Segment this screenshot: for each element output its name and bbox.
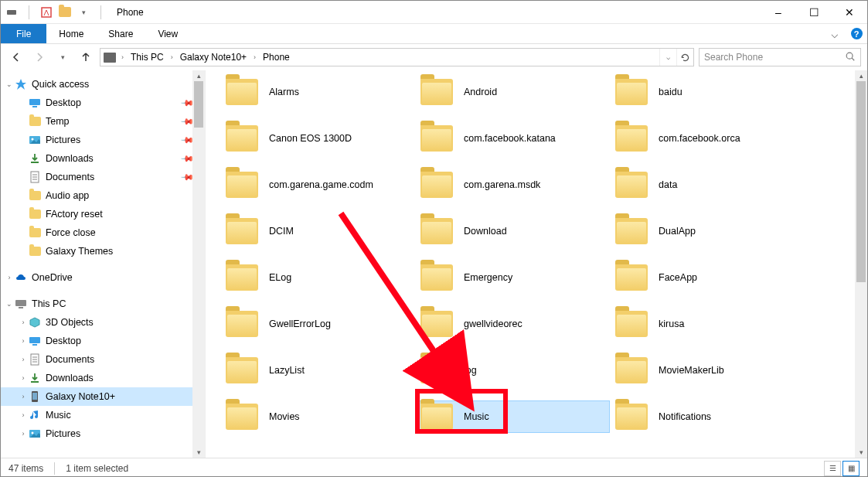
tree-item-downloads[interactable]: Downloads📌 [1,149,205,168]
folder-item-music[interactable]: Music [416,401,609,432]
folder-item-download[interactable]: Download [416,216,609,247]
help-button[interactable]: ? [846,24,867,43]
tree-item-this-pc[interactable]: ⌄This PC [1,295,205,313]
tree-item-galaxy-note10-[interactable]: ›Galaxy Note10+ [1,387,205,406]
scroll-up-arrow-icon[interactable]: ▴ [192,70,205,81]
tree-item-force-close[interactable]: Force close [1,223,205,242]
folder-item-moviemakerlib[interactable]: MovieMakerLib [611,355,804,386]
tree-item-music[interactable]: ›Music [1,406,205,424]
breadcrumb-segment[interactable]: Galaxy Note10+ [175,49,251,66]
folder-item-com-garena-game-codm[interactable]: com.garena.game.codm [221,169,414,200]
pictures-icon [29,428,41,440]
folder-item-gwellerrorlog[interactable]: GwellErrorLog [221,308,414,339]
folder-item-kirusa[interactable]: kirusa [611,308,804,339]
tree-item-onedrive[interactable]: ›OneDrive [1,268,205,287]
folder-item-baidu[interactable]: baidu [611,77,804,107]
scroll-down-arrow-icon[interactable]: ▾ [192,447,205,458]
tree-item-temp[interactable]: Temp📌 [1,112,205,131]
folder-item-com-facebook-katana[interactable]: com.facebook.katana [416,123,609,154]
folder-label: FaceApp [659,272,697,283]
previous-locations-button[interactable]: ⌵ [659,49,676,66]
dropdown-chevron-icon[interactable]: ▾ [77,6,90,19]
folder-item-canon-eos-1300d[interactable]: Canon EOS 1300D [221,123,414,154]
folder-item-alarms[interactable]: Alarms [221,77,414,107]
back-button[interactable] [7,48,26,66]
recent-locations-button[interactable]: ▾ [53,48,72,66]
folder-item-android[interactable]: Android [416,77,609,107]
collapse-ribbon-icon[interactable]: ⌵ [824,24,846,43]
close-button[interactable]: ✕ [832,1,867,24]
breadcrumb-segment[interactable]: This PC [126,49,168,66]
chevron-icon[interactable]: › [119,53,126,61]
ribbon-tabs: File Home Share View ⌵ ? [1,24,867,44]
details-view-button[interactable]: ☰ [824,461,841,476]
large-icons-view-button[interactable]: ▦ [842,461,859,476]
desktop-icon [29,335,41,347]
tree-item-desktop[interactable]: Desktop📌 [1,94,205,112]
scrollbar-thumb[interactable] [194,81,203,128]
folder-item-gwellvideorec[interactable]: gwellvideorec [416,308,609,339]
sidebar-scrollbar[interactable]: ▴ ▾ [192,70,205,458]
folder-item-com-garena-msdk[interactable]: com.garena.msdk [416,169,609,200]
folder-label: GwellErrorLog [269,319,331,329]
expand-chevron-icon[interactable]: › [18,393,29,400]
folder-label: Download [464,226,507,237]
folder-item-faceapp[interactable]: FaceApp [611,262,804,293]
folder-item-lazylist[interactable]: LazyList [221,355,414,386]
tree-item-desktop[interactable]: ›Desktop [1,332,205,350]
forward-button[interactable] [30,48,49,66]
breadcrumb-segment[interactable]: Phone [258,49,294,66]
folder-item-dcim[interactable]: DCIM [221,216,414,247]
expand-chevron-icon[interactable]: ⌄ [4,80,15,88]
share-tab[interactable]: Share [96,24,145,43]
maximize-button[interactable]: ☐ [796,1,832,24]
expand-chevron-icon[interactable]: › [18,319,29,326]
chevron-icon[interactable]: › [251,53,258,61]
tree-item-audio-app[interactable]: Audio app [1,186,205,205]
chevron-icon[interactable]: › [168,53,175,61]
folder-label: ELog [269,272,291,283]
properties-icon[interactable] [40,6,53,19]
minimize-button[interactable]: – [761,1,796,24]
expand-chevron-icon[interactable]: › [18,411,29,419]
tree-item-factory-reset[interactable]: FActory reset [1,205,205,223]
tree-item-quick-access[interactable]: ⌄Quick access [1,75,205,94]
folder-item-com-facebook-orca[interactable]: com.facebook.orca [611,123,804,154]
tree-item-label: Documents [46,172,94,182]
up-button[interactable] [77,48,95,66]
folder-item-elog[interactable]: ELog [221,262,414,293]
folder-item-data[interactable]: data [611,169,804,200]
refresh-button[interactable] [676,49,693,66]
expand-chevron-icon[interactable]: › [18,337,29,345]
scroll-up-arrow-icon[interactable]: ▴ [855,70,867,81]
folder-item-dualapp[interactable]: DualApp [611,216,804,247]
expand-chevron-icon[interactable]: › [4,274,15,281]
search-input[interactable]: Search Phone [699,48,861,66]
address-bar[interactable]: › This PC › Galaxy Note10+ › Phone ⌵ [100,48,694,66]
scroll-down-arrow-icon[interactable]: ▾ [855,447,867,458]
content-scrollbar[interactable]: ▴ ▾ [855,70,867,458]
svg-point-7 [32,138,34,141]
tree-item-pictures[interactable]: ›Pictures [1,424,205,443]
expand-chevron-icon[interactable]: ⌄ [4,300,15,308]
file-tab[interactable]: File [1,24,46,43]
folder-item-log[interactable]: log [416,355,609,386]
folder-item-movies[interactable]: Movies [221,401,414,432]
folder-label: gwellvideorec [464,319,523,329]
scrollbar-thumb[interactable] [856,81,866,282]
tree-item-galaxy-themes[interactable]: Galaxy Themes [1,242,205,261]
expand-chevron-icon[interactable]: › [18,374,29,382]
search-placeholder: Search Phone [704,52,763,63]
folder-icon [226,172,258,198]
view-tab[interactable]: View [145,24,190,43]
expand-chevron-icon[interactable]: › [18,356,29,363]
tree-item-documents[interactable]: ›Documents [1,350,205,369]
home-tab[interactable]: Home [46,24,96,43]
folder-item-notifications[interactable]: Notifications [611,401,804,432]
tree-item-downloads[interactable]: ›Downloads [1,369,205,387]
tree-item-pictures[interactable]: Pictures📌 [1,131,205,149]
folder-item-emergency[interactable]: Emergency [416,262,609,293]
tree-item-3d-objects[interactable]: ›3D Objects [1,313,205,332]
tree-item-documents[interactable]: Documents📌 [1,168,205,186]
expand-chevron-icon[interactable]: › [18,430,29,438]
